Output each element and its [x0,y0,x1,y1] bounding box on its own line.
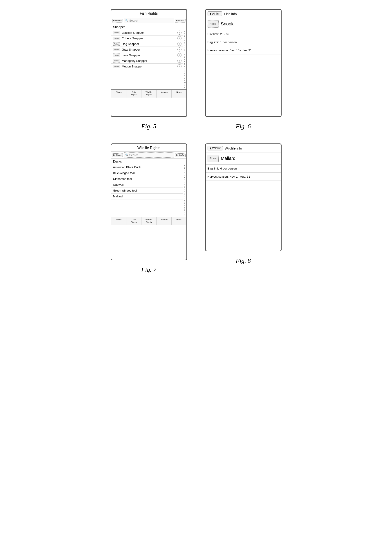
fig8-picture-row: Picture Mallard [206,152,281,165]
fig6-nav-header: ❮ All fish Fish info [206,10,281,18]
fig7-byname-btn[interactable]: By Name [112,153,123,157]
chevron-right-icon: 〉 [177,36,181,40]
list-item[interactable]: Picture Cubera Snapper 〉 [111,36,183,41]
fig8-nav-title: Wildlife info [225,146,242,150]
fig8-screen: ❮ Wildlife Wildlife info Picture Mallard… [205,143,282,251]
item-label: Cubera Snapper [122,37,176,40]
item-label: Mahogany Snapper [122,59,176,62]
item-label: Dog Snapper [122,42,176,46]
fig5-byname-btn[interactable]: By Name [112,19,123,23]
figure-5-block: Fish Rights By Name 🔍 Search By CaTV Sna… [111,9,187,130]
tab-fish-rights[interactable]: FishRights [126,217,142,225]
fig5-section-header: Snapper [111,24,187,30]
fig6-label: Fig. 6 [236,123,251,130]
picture-thumb: Picture [113,37,121,40]
fig5-search-placeholder: Search [129,19,138,22]
fig5-tab-bar: States FishRights WildlifeRights License… [111,89,187,98]
fig7-screen: Wildlife Rights By Name 🔍 Search By CaTV… [111,143,187,260]
fig7-search-row: By Name 🔍 Search By CaTV [111,152,187,159]
tab-wildlife-rights[interactable]: WildlifeRights [142,217,156,225]
list-item[interactable]: Blue-winged teal [111,170,183,176]
list-item[interactable]: Mallard [111,194,183,199]
chevron-right-icon: 〉 [177,47,181,51]
fig8-back-button[interactable]: ❮ Wildlife [208,146,223,150]
fig8-label: Fig. 8 [236,257,251,264]
fig7-search-placeholder: Search [129,153,138,157]
tab-fish-rights[interactable]: FishRights [126,90,142,98]
fig6-bag-limit: Bag limit: 1 per person [206,38,281,46]
fig5-title: Fish Rights [111,10,187,17]
item-label: Blue-winged teal [113,171,135,175]
chevron-right-icon: 〉 [177,59,181,63]
fig6-picture-row: Picture Snook [206,18,281,30]
fig5-bycatv-btn[interactable]: By CaTV [175,19,185,23]
fig7-title: Wildlife Rights [111,144,187,152]
tab-wildlife-rights[interactable]: WildlifeRights [142,90,156,98]
item-label: Cinnamon teal [113,177,132,180]
fig7-bycatv-btn[interactable]: By CaTV [175,153,185,157]
item-label: Mallard [113,195,123,198]
fig7-alpha-index[interactable]: A B C D E F G H I J K L M N O P Q [183,164,187,217]
chevron-right-icon: 〉 [177,53,181,57]
fig6-fish-name: Snook [221,21,234,26]
tab-states[interactable]: States [111,90,126,98]
list-item[interactable]: American Black Duck [111,164,183,170]
fig5-list-area: Picture Blackfin Snapper 〉 Picture Cuber… [111,30,187,89]
picture-thumb: Picture [113,48,121,51]
item-label: Gray Snapper [122,48,176,51]
back-chevron-icon: ❮ [210,147,212,150]
fig7-section-header: Ducks [111,159,187,164]
fig6-harvest-season: Harvest season: Dec. 15 - Jan. 31 [206,46,281,54]
figure-8-block: ❮ Wildlife Wildlife info Picture Mallard… [205,143,282,273]
fig7-empty-rows [111,199,183,213]
list-item[interactable]: Picture Mahogany Snapper 〉 [111,58,183,64]
list-item[interactable]: Picture Dog Snapper 〉 [111,41,183,47]
list-item[interactable]: Picture Lane Snapper 〉 [111,52,183,58]
fig5-list-items: Picture Blackfin Snapper 〉 Picture Cuber… [111,30,183,89]
chevron-right-icon: 〉 [177,31,181,35]
picture-thumb: Picture [113,54,121,57]
list-item[interactable]: Cinnamon teal [111,176,183,182]
fig5-alpha-index[interactable]: A B C D E F G H I J K L M N O P Q [183,30,187,89]
fig6-back-button[interactable]: ❮ All fish [208,12,222,16]
list-item[interactable]: Green-winged teal [111,188,183,194]
tab-licenses[interactable]: Licenses [156,217,172,225]
item-label: Blackfin Snapper [122,31,176,34]
fig5-search-row: By Name 🔍 Search By CaTV [111,17,187,24]
fig6-nav-title: Fish info [224,12,237,16]
list-item[interactable]: Picture Gray Snapper 〉 [111,47,183,52]
chevron-right-icon: 〉 [177,64,181,68]
back-chevron-icon: ❮ [210,12,212,15]
list-item[interactable]: Picture Blackfin Snapper 〉 [111,30,183,36]
picture-thumb: Picture [113,31,121,34]
fig7-list-area: American Black Duck Blue-winged teal Cin… [111,164,187,217]
fig8-empty-space [206,181,281,226]
fig8-bag-limit: Bag limit: 6 per person [206,165,281,173]
fig8-wildlife-name: Mallard [221,156,236,161]
figure-7-block: Wildlife Rights By Name 🔍 Search By CaTV… [111,143,187,273]
search-icon: 🔍 [125,154,128,156]
fig8-nav-header: ❮ Wildlife Wildlife info [206,144,281,152]
fig7-search-input[interactable]: 🔍 Search [124,152,174,158]
fig5-search-input[interactable]: 🔍 Search [124,18,174,23]
tab-licenses[interactable]: Licenses [156,90,172,98]
list-item[interactable]: Picture Mutton Snapper 〉 [111,64,183,69]
item-label: Green-winged teal [113,189,137,192]
fig6-back-label: All fish [212,12,220,15]
fig6-empty-space [206,54,281,81]
tab-states[interactable]: States [111,217,126,225]
search-icon: 🔍 [125,19,128,22]
fig6-picture-thumb: Picture [208,20,219,28]
figure-6-block: ❮ All fish Fish info Picture Snook Slot … [205,9,282,130]
fig7-tab-bar: States FishRights WildlifeRights License… [111,217,187,225]
list-item[interactable]: Gadwall [111,182,183,188]
fig7-label: Fig. 7 [141,266,156,273]
item-label: Lane Snapper [122,54,176,57]
tab-news[interactable]: News [172,90,187,98]
fig7-list-items: American Black Duck Blue-winged teal Cin… [111,164,183,217]
picture-thumb: Picture [113,65,121,68]
fig5-screen: Fish Rights By Name 🔍 Search By CaTV Sna… [111,9,187,117]
item-label: Mutton Snapper [122,65,176,68]
fig8-picture-thumb: Picture [208,155,219,162]
tab-news[interactable]: News [172,217,187,225]
